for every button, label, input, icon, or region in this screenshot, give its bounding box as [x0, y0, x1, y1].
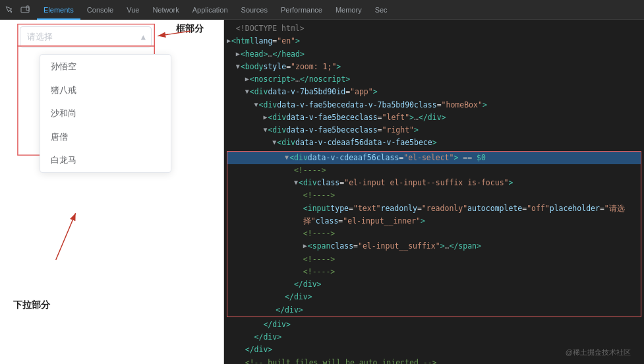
tab-elements[interactable]: Elements	[37, 0, 80, 20]
code-line-cdeaaf56: ▼ <div data-v-cdeaaf56 data-v-fae5bece>	[224, 136, 644, 149]
svg-line-5	[56, 213, 76, 260]
code-line-div-app: ▼ <div data-v-7ba5bd90 id="app">	[224, 86, 644, 98]
code-line-head: ▶ <head>…</head>	[224, 48, 644, 61]
code-line-close-homebox: </div>	[224, 331, 644, 344]
device-icon[interactable]	[18, 3, 32, 16]
code-line-homebox: ▼ <div data-v-fae5bece data-v-7ba5bd90 c…	[224, 99, 644, 111]
main-content: 请选择 ▲ 孙悟空 猪八戒 沙和尚 唐僧 白龙马 框部分 下拉部分	[0, 20, 644, 364]
left-panel: 请选择 ▲ 孙悟空 猪八戒 沙和尚 唐僧 白龙马 框部分 下拉部分	[0, 20, 224, 364]
svg-rect-1	[26, 6, 29, 11]
watermark: @稀土掘金技术社区	[566, 348, 631, 357]
tab-sources[interactable]: Sources	[235, 0, 274, 20]
code-line-comment5: <!---->	[227, 266, 641, 278]
tab-memory[interactable]: Memory	[329, 0, 368, 20]
el-select-input[interactable]: 请选择 ▲	[20, 26, 152, 47]
code-line-body: ▼ <body style="zoom: 1;">	[224, 61, 644, 73]
tab-console[interactable]: Console	[80, 0, 120, 20]
dropdown-item-1[interactable]: 孙悟空	[40, 55, 171, 78]
code-line-close-div3: </div>	[227, 304, 641, 317]
tab-icon-group	[3, 3, 32, 16]
code-line-suffix: ▶ <span class="el-input__suffix">…</span…	[227, 240, 641, 253]
annotation-kuang: 框部分	[176, 23, 204, 35]
code-line-el-select: ▼ <div data-v-cdeaaf56 class="el-select"…	[227, 152, 641, 164]
code-line-comment2: <!---->	[227, 189, 641, 202]
select-wrapper: 请选择 ▲ 孙悟空 猪八戒 沙和尚 唐僧 白龙马	[20, 26, 152, 47]
tab-application[interactable]: Application	[186, 0, 235, 20]
highlighted-el-select-block: ▼ <div data-v-cdeaaf56 class="el-select"…	[227, 151, 641, 317]
code-line-el-input: ▼ <div class="el-input el-input--suffix …	[227, 177, 641, 189]
tab-network[interactable]: Network	[146, 0, 185, 20]
code-line-noscript: ▶ <noscript>…</noscript>	[224, 73, 644, 86]
code-line-html: ▶ <html lang="en">	[224, 35, 644, 47]
tab-performance[interactable]: Performance	[274, 0, 329, 20]
code-line-close-right: </div>	[224, 318, 644, 331]
dropdown-item-3[interactable]: 沙和尚	[40, 102, 171, 125]
code-line-close-div2: </div>	[227, 291, 641, 303]
code-line-close-div1: </div>	[227, 278, 641, 291]
select-placeholder: 请选择	[27, 31, 53, 43]
dropdown-item-5[interactable]: 白龙马	[40, 148, 171, 172]
devtools-tabbar: Elements Console Vue Network Application…	[0, 0, 644, 20]
code-line-right: ▼ <div data-v-fae5bece class="right">	[224, 124, 644, 136]
code-line-input2: 择" class="el-input__inner">	[227, 215, 641, 228]
code-line-input: <input type="text" readonly="readonly" a…	[227, 202, 641, 215]
code-line-comment4: <!---->	[227, 253, 641, 266]
el-dropdown-list: 孙悟空 猪八戒 沙和尚 唐僧 白龙马	[40, 54, 171, 173]
inspect-icon[interactable]	[3, 3, 16, 16]
code-line-doctype: <!DOCTYPE html>	[224, 22, 644, 35]
tab-vue[interactable]: Vue	[120, 0, 146, 20]
tab-sec[interactable]: Sec	[368, 0, 394, 20]
code-line-comment1: <!---->	[227, 164, 641, 177]
dropdown-item-4[interactable]: 唐僧	[40, 125, 171, 149]
svg-rect-0	[21, 7, 29, 13]
code-line-left: ▶ <div data-v-fae5bece class="left">…</d…	[224, 111, 644, 124]
annotation-xia: 下拉部分	[13, 299, 50, 311]
code-line-comment-built: <!-- built files will be auto injected -…	[224, 357, 644, 365]
code-line-comment3: <!---->	[227, 228, 641, 240]
right-panel[interactable]: <!DOCTYPE html> ▶ <html lang="en"> ▶ <he…	[224, 20, 644, 364]
dropdown-item-2[interactable]: 猪八戒	[40, 78, 171, 102]
select-arrow-icon: ▲	[141, 32, 146, 42]
